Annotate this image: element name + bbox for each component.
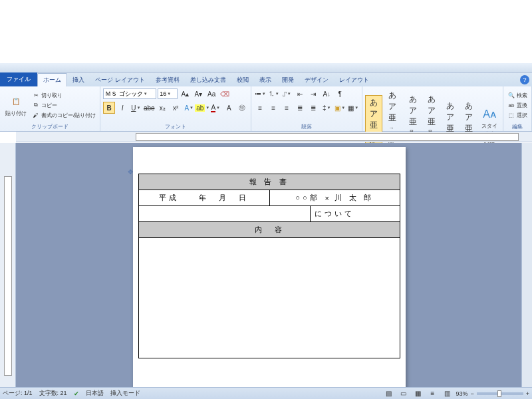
font-name-select[interactable]: ＭＳ ゴシック▼ — [103, 88, 156, 99]
help-icon[interactable]: ? — [520, 75, 529, 84]
report-table[interactable]: 報 告 書 平成 年 月 日 ○○部 × 川 太 郎 について 内 容 — [138, 174, 400, 358]
about-cell[interactable]: について — [311, 206, 400, 221]
status-words[interactable]: 文字数: 21 — [39, 389, 67, 398]
enclose-char-button[interactable]: ㊕ — [236, 102, 248, 114]
group-styles: あア亜→ 標準あア亜→ 行間詰めあア亜見出し 1あア亜見出し 2あア亜表題あア亜… — [362, 86, 503, 131]
status-page[interactable]: ページ: 1/1 — [3, 389, 33, 398]
multilevel-button[interactable]: ⑀▼ — [281, 88, 293, 100]
font-color-button[interactable]: A▼ — [209, 102, 221, 114]
replace-icon: ab — [507, 101, 515, 109]
shading-button[interactable]: ▣▼ — [334, 102, 346, 114]
author-cell[interactable]: ○○部 × 川 太 郎 — [270, 190, 400, 205]
replace-button[interactable]: ab置換 — [506, 100, 529, 110]
superscript-button[interactable]: x² — [170, 102, 182, 114]
format-painter-label: 書式のコピー/貼り付け — [41, 112, 96, 119]
decrease-indent-button[interactable]: ⇤ — [294, 88, 306, 100]
underline-button[interactable]: U▼ — [130, 102, 142, 114]
font-name-value: ＭＳ ゴシック — [105, 90, 143, 98]
status-lang[interactable]: 日本語 — [86, 389, 104, 398]
style-preview: あア亜 — [409, 94, 417, 128]
status-bar: ページ: 1/1 文字数: 21 ✔ 日本語 挿入モード ▤ ▭ ▦ ≡ ▥ 9… — [0, 387, 532, 399]
cut-button[interactable]: ✂切り取り — [31, 90, 97, 100]
bold-button[interactable]: B — [103, 102, 115, 114]
highlight-button[interactable]: ab▼ — [196, 102, 208, 114]
brush-icon: 🖌 — [32, 111, 40, 119]
font-size-value: 16 — [160, 90, 166, 97]
scissors-icon: ✂ — [32, 91, 40, 99]
paste-icon: 📋 — [8, 93, 24, 109]
zoom-slider[interactable] — [477, 392, 523, 395]
numbering-button[interactable]: ⒈▼ — [267, 88, 279, 100]
char-shading-button[interactable]: A — [223, 102, 235, 114]
tab-insert[interactable]: 挿入 — [67, 74, 90, 86]
tab-view[interactable]: 表示 — [254, 74, 277, 86]
content-body-cell[interactable] — [139, 238, 400, 358]
zoom-in-button[interactable]: + — [526, 390, 529, 397]
style-preview: あア亜 — [388, 90, 398, 124]
justify-button[interactable]: ≣ — [294, 102, 306, 114]
tab-table-layout[interactable]: レイアウト — [334, 74, 374, 86]
ribbon-tabs: ファイル ホーム 挿入 ページ レイアウト 参考資料 差し込み文書 校閲 表示 … — [0, 73, 532, 86]
view-print-button[interactable]: ▤ — [382, 388, 394, 400]
view-web-button[interactable]: ▦ — [412, 388, 424, 400]
align-right-button[interactable]: ≡ — [281, 102, 293, 114]
subject-cell[interactable] — [139, 206, 311, 221]
zoom-thumb[interactable] — [497, 390, 501, 397]
line-spacing-button[interactable]: ‡▼ — [321, 102, 332, 114]
bullets-button[interactable]: ≔▼ — [254, 88, 266, 100]
sep-text: × — [325, 194, 329, 202]
italic-button[interactable]: I — [116, 102, 128, 114]
ruler-horizontal[interactable] — [16, 132, 532, 142]
view-draft-button[interactable]: ▥ — [441, 388, 453, 400]
increase-indent-button[interactable]: ⇥ — [307, 88, 319, 100]
scrollbar-vertical[interactable] — [521, 143, 532, 387]
chevron-down-icon: ▼ — [167, 92, 171, 96]
borders-button[interactable]: ▦▼ — [347, 102, 359, 114]
document-canvas: ✥ 報 告 書 平成 年 月 日 ○○部 × 川 太 郎 について 内 容 — [0, 143, 532, 387]
title-cell[interactable]: 報 告 書 — [139, 174, 400, 190]
sort-button[interactable]: A↓ — [321, 88, 332, 100]
date-cell[interactable]: 平成 年 月 日 — [139, 190, 270, 205]
show-marks-button[interactable]: ¶ — [334, 88, 346, 100]
clear-format-button[interactable]: ⌫ — [219, 88, 231, 100]
dept-text: ○○部 — [295, 193, 319, 203]
zoom-value[interactable]: 93% — [456, 390, 467, 397]
text-effects-button[interactable]: A▼ — [183, 102, 195, 114]
content-hdr-cell[interactable]: 内 容 — [139, 222, 400, 237]
font-size-select[interactable]: 16▼ — [158, 88, 178, 99]
distribute-button[interactable]: ≣ — [307, 102, 319, 114]
tab-file[interactable]: ファイル — [0, 72, 37, 86]
tab-mailings[interactable]: 差し込み文書 — [185, 74, 231, 86]
tab-design[interactable]: デザイン — [299, 74, 334, 86]
tab-references[interactable]: 参考資料 — [150, 74, 185, 86]
view-read-button[interactable]: ▭ — [397, 388, 409, 400]
view-outline-button[interactable]: ≡ — [426, 388, 438, 400]
change-case-button[interactable]: Aa — [205, 88, 217, 100]
paste-label: 貼り付け — [5, 110, 27, 117]
format-painter-button[interactable]: 🖌書式のコピー/貼り付け — [31, 110, 97, 120]
zoom-out-button[interactable]: − — [470, 390, 473, 397]
status-proof-icon[interactable]: ✔ — [74, 390, 79, 397]
table-anchor-icon[interactable]: ✥ — [128, 168, 133, 176]
find-button[interactable]: 🔍検索 — [506, 90, 529, 100]
shrink-font-button[interactable]: A▾ — [192, 88, 204, 100]
search-icon: 🔍 — [507, 91, 515, 99]
chevron-down-icon: ▼ — [144, 92, 148, 96]
tab-developer[interactable]: 開発 — [277, 74, 299, 86]
page[interactable]: 報 告 書 平成 年 月 日 ○○部 × 川 太 郎 について 内 容 — [133, 147, 406, 387]
ruler-vertical[interactable] — [0, 143, 16, 387]
align-center-button[interactable]: ≡ — [267, 102, 279, 114]
paste-button[interactable]: 📋 貼り付け — [3, 92, 29, 118]
status-mode[interactable]: 挿入モード — [110, 389, 140, 398]
tab-home[interactable]: ホーム — [37, 73, 67, 86]
copy-button[interactable]: ⧉コピー — [31, 100, 97, 110]
group-font-label: フォント — [103, 122, 248, 131]
grow-font-button[interactable]: A▴ — [179, 88, 191, 100]
strike-button[interactable]: abe — [143, 102, 155, 114]
select-button[interactable]: ⬚選択 — [506, 110, 529, 120]
tab-review[interactable]: 校閲 — [231, 74, 254, 86]
ruler-scale — [136, 133, 519, 141]
tab-page-layout[interactable]: ページ レイアウト — [90, 74, 150, 86]
subscript-button[interactable]: x₂ — [156, 102, 168, 114]
align-left-button[interactable]: ≡ — [254, 102, 266, 114]
